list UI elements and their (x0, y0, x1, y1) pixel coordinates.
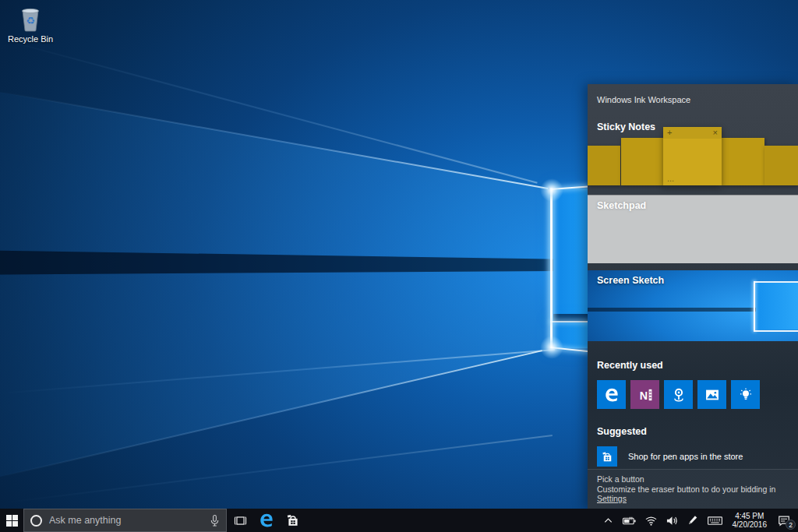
edge-taskbar-button[interactable] (253, 509, 280, 532)
wallpaper-beam-edge (0, 38, 538, 184)
task-view-button[interactable] (227, 509, 253, 532)
edge-app-tile[interactable] (597, 380, 626, 409)
pick-a-button-label: Pick a button (597, 474, 789, 484)
microphone-icon[interactable] (210, 514, 220, 527)
panel-footer: Pick a button Customize the eraser butto… (588, 469, 798, 509)
photos-app-tile[interactable] (697, 380, 726, 409)
taskbar-app-icons (227, 509, 306, 532)
sticky-note-preview (764, 146, 798, 185)
sticky-note-preview (621, 138, 664, 185)
search-input[interactable] (49, 515, 203, 526)
windows-ink-workspace-panel: Windows Ink Workspace Sticky Notes + × ⋯… (588, 84, 798, 509)
sticky-notes-title: Sticky Notes (597, 122, 655, 132)
system-tray: 4:45 PM 4/20/2016 2 (598, 509, 798, 532)
screen-sketch-thumbnail (754, 281, 798, 283)
wallpaper-window-frame (550, 188, 553, 348)
cortana-icon (30, 515, 42, 527)
sketchpad-title: Sketchpad (597, 200, 646, 211)
recently-used-section: Recently used N (588, 341, 798, 409)
photos-icon (704, 386, 721, 403)
screen-sketch-section[interactable]: Screen Sketch (588, 270, 798, 341)
screen-sketch-thumbnail (754, 330, 798, 332)
desktop: ♻ Recycle Bin Windows Ink Workspace Stic… (0, 0, 798, 532)
new-note-icon[interactable]: + (667, 128, 672, 138)
wallpaper-window-frame (550, 321, 588, 322)
wallpaper-beam-edge (0, 350, 542, 477)
note-menu-icon[interactable]: ⋯ (667, 177, 675, 185)
close-note-icon[interactable]: × (713, 128, 718, 138)
screen-sketch-thumbnail (588, 308, 756, 312)
wallpaper-beam-edge (0, 349, 555, 394)
screen-sketch-title: Screen Sketch (597, 275, 664, 286)
keyboard-icon (707, 515, 723, 527)
store-bag-icon (285, 513, 301, 528)
store-taskbar-button[interactable] (280, 509, 306, 532)
store-tile[interactable] (597, 446, 617, 467)
recently-used-title: Recently used (597, 360, 789, 371)
sticky-note-preview (722, 138, 764, 185)
svg-text:N: N (639, 389, 647, 401)
recycle-bin-shortcut[interactable]: ♻ Recycle Bin (5, 5, 56, 44)
maps-app-tile[interactable] (664, 380, 693, 409)
suggested-section: Suggested Shop for pen apps in the store (588, 409, 798, 467)
customize-eraser-prefix: Customize the eraser button to do your b… (597, 484, 775, 494)
edge-icon (603, 386, 620, 403)
tips-app-tile[interactable] (731, 380, 760, 409)
store-bag-icon (601, 450, 614, 463)
wallpaper-window-pane (553, 188, 588, 314)
store-suggestion[interactable]: Shop for pen apps in the store (597, 446, 789, 467)
wallpaper-glow (540, 336, 563, 359)
store-suggestion-label: Shop for pen apps in the store (628, 452, 743, 461)
task-view-icon (233, 513, 248, 528)
touch-keyboard-button[interactable] (703, 509, 727, 532)
speaker-icon (666, 515, 679, 527)
lightbulb-icon (737, 386, 754, 403)
screen-sketch-thumbnail (754, 281, 755, 331)
taskbar-clock[interactable]: 4:45 PM 4/20/2016 (727, 509, 773, 532)
wallpaper-beam-edge (0, 435, 553, 504)
section-divider (588, 263, 798, 270)
start-button[interactable] (0, 509, 23, 532)
action-center-button[interactable]: 2 (772, 509, 798, 532)
recycle-bin-label: Recycle Bin (5, 34, 56, 44)
cortana-search-box[interactable] (23, 509, 227, 532)
maps-icon (670, 386, 687, 403)
sticky-notes-section[interactable]: Sticky Notes + × ⋯ (588, 115, 798, 195)
customize-eraser-text: Customize the eraser button to do your b… (597, 484, 789, 503)
svg-text:♻: ♻ (26, 15, 35, 26)
panel-title: Windows Ink Workspace (588, 84, 798, 115)
volume-status[interactable] (662, 509, 683, 532)
wallpaper-beam-edge (0, 91, 548, 189)
wifi-icon (644, 515, 658, 527)
onenote-icon: N (637, 386, 654, 403)
edge-icon (258, 512, 275, 529)
clock-time: 4:45 PM (735, 512, 764, 520)
battery-status[interactable] (618, 509, 641, 532)
notification-count-badge: 2 (786, 520, 796, 530)
onenote-app-tile[interactable]: N (630, 380, 659, 409)
taskbar: 4:45 PM 4/20/2016 2 (0, 509, 798, 532)
tray-overflow-button[interactable] (598, 509, 618, 532)
recycle-bin-icon: ♻ (5, 5, 56, 33)
chevron-up-icon (602, 515, 614, 527)
sticky-note-preview (588, 146, 620, 185)
sketchpad-section[interactable]: Sketchpad (588, 195, 798, 263)
battery-charging-icon (622, 515, 637, 527)
sticky-note-active-preview[interactable]: + × ⋯ (663, 127, 722, 185)
wallpaper-glow (540, 178, 563, 202)
pen-icon (687, 514, 699, 527)
clock-date: 4/20/2016 (733, 520, 768, 529)
suggested-title: Suggested (597, 426, 789, 437)
screen-sketch-thumbnail (755, 283, 798, 329)
windows-ink-workspace-button[interactable] (683, 509, 703, 532)
settings-link[interactable]: Settings (597, 494, 627, 503)
network-status[interactable] (641, 509, 662, 532)
windows-logo-icon (6, 515, 18, 527)
